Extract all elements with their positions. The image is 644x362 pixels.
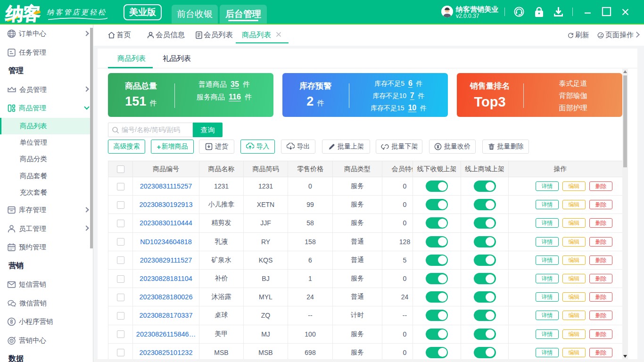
svg-text:纳客管店更轻松: 纳客管店更轻松 xyxy=(47,8,107,16)
